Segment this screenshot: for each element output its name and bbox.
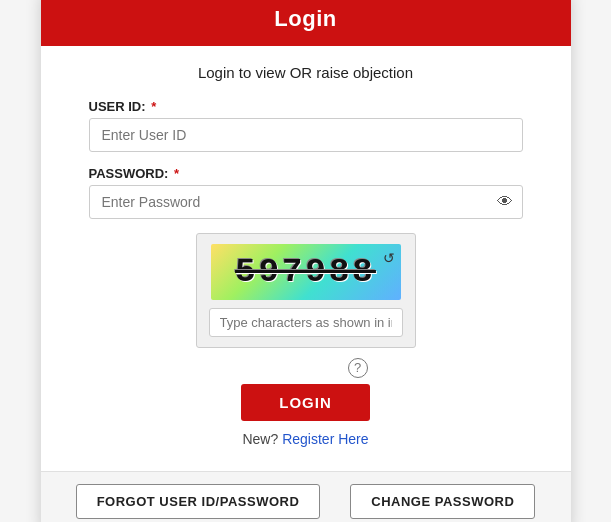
userid-label: USER ID: *: [89, 99, 523, 114]
password-label: PASSWORD: *: [89, 166, 523, 181]
new-text: New?: [242, 431, 278, 447]
password-wrapper: 👁: [89, 185, 523, 219]
userid-required: *: [151, 99, 156, 114]
forgot-password-button[interactable]: FORGOT USER ID/PASSWORD: [76, 484, 321, 519]
captcha-input[interactable]: [209, 308, 403, 337]
page-title: Login: [41, 6, 571, 32]
captcha-box: 597988 ↺: [196, 233, 416, 348]
captcha-refresh-icon[interactable]: ↺: [383, 250, 395, 266]
login-button[interactable]: LOGIN: [241, 384, 370, 421]
register-row: New? Register Here: [89, 431, 523, 447]
captcha-value: 597988: [235, 253, 375, 291]
captcha-section: 597988 ↺: [89, 233, 523, 348]
show-password-icon[interactable]: 👁: [497, 193, 513, 211]
password-group: PASSWORD: * 👁: [89, 166, 523, 219]
register-link[interactable]: Register Here: [282, 431, 368, 447]
userid-input[interactable]: [89, 118, 523, 152]
change-password-button[interactable]: CHANGE PASSWORD: [350, 484, 535, 519]
login-modal: Login Login to view OR raise objection U…: [41, 0, 571, 522]
modal-header: Login: [41, 0, 571, 46]
userid-group: USER ID: *: [89, 99, 523, 152]
captcha-image: 597988 ↺: [211, 244, 401, 300]
help-row: ?: [89, 358, 523, 378]
modal-footer: FORGOT USER ID/PASSWORD CHANGE PASSWORD: [41, 471, 571, 523]
password-input[interactable]: [89, 185, 523, 219]
password-required: *: [174, 166, 179, 181]
subtitle: Login to view OR raise objection: [89, 64, 523, 81]
modal-body: Login to view OR raise objection USER ID…: [41, 46, 571, 471]
help-icon[interactable]: ?: [348, 358, 368, 378]
